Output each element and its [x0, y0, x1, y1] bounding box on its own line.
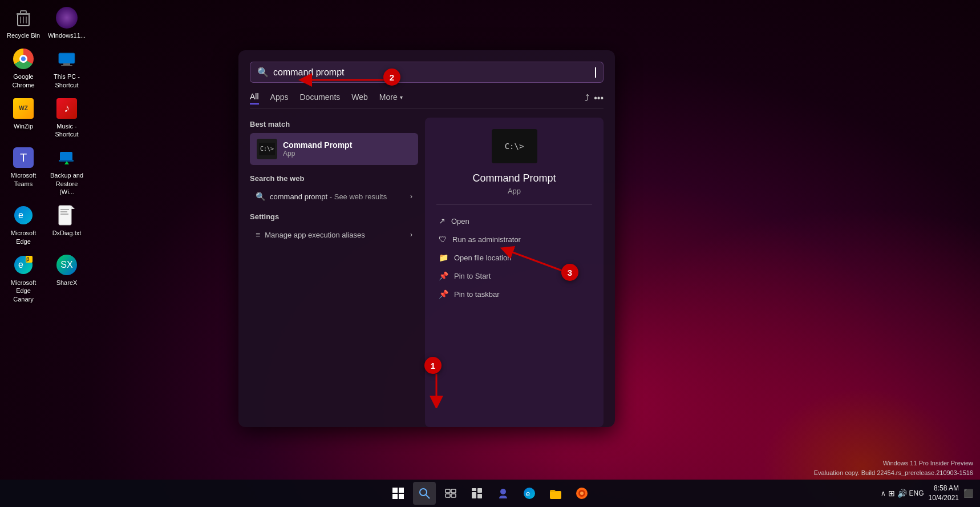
widgets-icon	[471, 488, 483, 499]
cmd-app-type: App	[508, 187, 521, 195]
desktop-icon-recycle-bin[interactable]: Recycle Bin	[3, 3, 44, 43]
svg-rect-38	[477, 488, 482, 493]
chevron-up-icon[interactable]: ∧	[881, 489, 886, 497]
thispc-label: This PC - Shortcut	[48, 73, 85, 89]
chrome-label: Google Chrome	[5, 73, 42, 89]
best-match-subtitle: App	[283, 150, 352, 158]
desktop-icon-winzip[interactable]: WZ WinZip	[3, 94, 44, 142]
best-match-label: Best match	[250, 120, 418, 128]
svg-rect-28	[399, 488, 404, 493]
web-search-label: Search the web	[250, 174, 418, 183]
desktop-icon-edge-canary[interactable]: eβ Microsoft Edge Canary	[3, 250, 44, 307]
web-search-text: command prompt - See web results	[270, 192, 387, 201]
open-icon: ↗	[439, 216, 446, 226]
svg-text:β: β	[26, 256, 30, 262]
web-search-arrow: ›	[410, 192, 412, 200]
svg-rect-39	[472, 492, 476, 498]
file-location-icon: 📁	[439, 253, 448, 262]
web-search-icon: 🔍	[256, 192, 265, 201]
divider	[436, 204, 592, 205]
taskbar-search-button[interactable]	[413, 482, 436, 505]
pin-taskbar-label: Pin to taskbar	[454, 290, 500, 299]
run-admin-label: Run as administrator	[452, 235, 521, 244]
tab-apps[interactable]: Apps	[270, 92, 289, 104]
file-explorer-button[interactable]	[544, 482, 567, 505]
svg-marker-17	[71, 206, 75, 209]
taskbar-clock[interactable]: 8:58 AM 10/4/2021	[929, 484, 959, 503]
svg-rect-34	[451, 489, 456, 493]
desktop-icon-backup[interactable]: Backup and Restore (Wi...	[46, 143, 87, 199]
svg-rect-6	[59, 53, 75, 63]
taskbar-right: ∧ ⊞ 🔊 ENG 8:58 AM 10/4/2021 ⬛	[881, 484, 973, 503]
best-match-item[interactable]: C:\> Command Prompt App	[250, 133, 418, 165]
thispc-icon	[55, 47, 78, 70]
windows11-label: Windows11...	[48, 31, 86, 39]
action-run-admin[interactable]: 🛡 Run as administrator	[436, 230, 592, 248]
tab-web[interactable]: Web	[351, 92, 368, 104]
svg-rect-14	[60, 209, 69, 210]
search-tabs: All Apps Documents Web More ▾ ⤴ •••	[250, 92, 604, 108]
annotation-3: 3	[561, 264, 578, 281]
tab-all[interactable]: All	[250, 92, 259, 104]
search-content: Best match C:\> Command Prompt App Searc…	[250, 118, 604, 427]
edge-canary-icon: eβ	[12, 254, 35, 276]
network-icon[interactable]: ⊞	[888, 489, 895, 498]
svg-rect-44	[550, 491, 561, 499]
volume-icon[interactable]: 🔊	[897, 489, 907, 498]
open-label: Open	[451, 217, 469, 226]
web-search-item[interactable]: 🔍 command prompt - See web results ›	[250, 187, 418, 206]
firefox-button[interactable]	[570, 482, 593, 505]
windows-logo-icon	[392, 487, 404, 500]
desktop-icons-container: Recycle Bin Windows11... Google Chrome T…	[3, 3, 87, 307]
widgets-button[interactable]	[465, 482, 488, 505]
desktop-icon-sharex[interactable]: SX ShareX	[46, 250, 87, 307]
svg-rect-10	[59, 160, 74, 162]
firefox-icon	[576, 487, 588, 500]
manage-aliases-label: Manage app execution aliases	[265, 231, 365, 239]
desktop-icon-dxdiag[interactable]: DxDiag.txt	[46, 200, 87, 249]
svg-rect-40	[477, 494, 482, 498]
search-bar[interactable]: 🔍 command prompt	[250, 62, 604, 83]
teams-chat-button[interactable]	[492, 482, 515, 505]
eval-notice: Windows 11 Pro Insider Preview Evaluatio…	[814, 458, 973, 477]
desktop-icon-edge[interactable]: e Microsoft Edge	[3, 200, 44, 249]
action-open[interactable]: ↗ Open	[436, 212, 592, 230]
tab-documents[interactable]: Documents	[299, 92, 340, 104]
teams-label: Microsoft Teams	[5, 171, 42, 188]
search-input[interactable]: command prompt	[273, 67, 594, 78]
edge-label: Microsoft Edge	[5, 229, 42, 246]
svg-rect-33	[446, 489, 450, 493]
desktop-icon-music[interactable]: ♪ Music - Shortcut	[46, 94, 87, 142]
svg-rect-36	[451, 494, 456, 497]
teams-icon: T	[12, 146, 35, 169]
task-view-icon	[445, 488, 456, 499]
tab-more[interactable]: More ▾	[379, 92, 403, 104]
sharex-label: ShareX	[56, 279, 78, 287]
svg-text:C:\>: C:\>	[260, 146, 274, 152]
manage-aliases-item[interactable]: ≡ Manage app execution aliases ›	[250, 226, 418, 244]
language-label: ENG	[909, 489, 924, 497]
action-pin-taskbar[interactable]: 📌 Pin to taskbar	[436, 285, 592, 303]
pin-taskbar-icon: 📌	[439, 289, 448, 299]
svg-point-47	[580, 492, 584, 495]
recycle-bin-label: Recycle Bin	[7, 31, 40, 39]
svg-point-11	[14, 206, 33, 224]
cmd-preview	[492, 129, 537, 163]
share-icon[interactable]: ⤴	[585, 93, 589, 103]
more-options-icon[interactable]: •••	[594, 93, 604, 103]
cmd-app-name: Command Prompt	[472, 172, 556, 184]
taskbar-search-icon	[419, 488, 430, 499]
notification-icon[interactable]: ⬛	[963, 489, 973, 498]
task-view-button[interactable]	[439, 482, 462, 505]
desktop-icon-windows11[interactable]: Windows11...	[46, 3, 87, 43]
left-panel: Best match C:\> Command Prompt App Searc…	[250, 118, 418, 427]
winzip-label: WinZip	[14, 122, 33, 130]
desktop-icon-chrome[interactable]: Google Chrome	[3, 44, 44, 92]
desktop-icon-teams[interactable]: T Microsoft Teams	[3, 143, 44, 199]
pin-start-label: Pin to Start	[454, 272, 491, 280]
start-button[interactable]	[387, 482, 410, 505]
desktop-icon-thispc[interactable]: This PC - Shortcut	[46, 44, 87, 92]
file-location-label: Open file location	[454, 254, 511, 262]
edge-taskbar-button[interactable]: e	[518, 482, 541, 505]
taskbar-center: e	[387, 482, 593, 505]
